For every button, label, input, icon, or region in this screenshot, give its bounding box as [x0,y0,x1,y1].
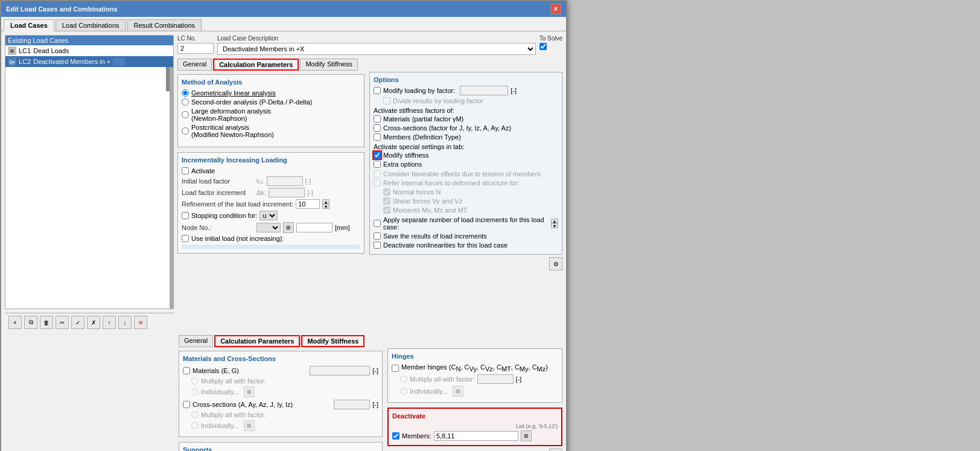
cs-multiply-label: Multiply all with factor: [201,411,266,418]
sub-tab-calc-params-left[interactable]: Calculation Parameters [213,59,299,71]
materials-factor-input [310,366,370,376]
members-def-label: Members (Definition Type) [383,133,461,141]
sub-tab-modify-stiffness-right[interactable]: Modify Stiffness [301,335,364,347]
apply-separate-spinner[interactable]: ▲ ▼ [551,219,558,228]
cs-individually-btn: ⊞ [244,420,255,431]
apply-dn[interactable]: ▼ [551,223,558,228]
sub-tab-modify-stiffness-left[interactable]: Modify Stiffness [300,59,357,71]
activate-label: Activate [191,167,215,174]
modify-stiffness-checkbox[interactable] [374,152,381,159]
save-results-checkbox[interactable] [374,232,381,240]
divide-results-checkbox [383,97,390,104]
initial-factor-input [267,176,303,186]
refinement-spinner[interactable]: ▲ ▼ [322,199,329,209]
delete-lc-button[interactable]: 🗑 [40,316,53,329]
geo-linear-radio[interactable] [182,89,189,97]
right-sub-tabs: General Calculation Parameters Modify St… [179,335,383,347]
members-value-input[interactable] [434,431,518,441]
stopping-checkbox[interactable] [182,212,189,219]
right-settings-button[interactable]: ⚙ [549,449,562,451]
tab-result-combinations[interactable]: Result Combinations [127,19,202,31]
members-deactivate-checkbox[interactable] [392,432,399,440]
refinement-input[interactable] [296,199,320,209]
stopping-select[interactable]: u [259,211,278,220]
options-title: Options [374,76,558,83]
new-lc-button[interactable]: + [8,316,22,329]
materials-bracket: [-] [372,367,378,374]
delete-red-button[interactable]: ✕ [134,316,147,329]
activate-checkbox[interactable] [182,167,189,174]
geo-linear-label: Geometrically linear analysis [191,89,276,97]
spin-up[interactable]: ▲ [322,199,329,204]
spacer [369,59,562,72]
extra-options-checkbox[interactable] [374,161,381,168]
postcritical-label: Postcritical analysis(Modified Newton-Ra… [191,124,274,138]
lc2-icon: Qo [8,57,16,66]
hinges-individually-row: Individually... ⊞ [400,386,558,397]
lc-info-row: LC No. Load Case Description Deactivated… [177,35,562,55]
close-button[interactable]: × [550,4,561,14]
factor-increment-input [269,188,305,197]
main-tabs: Load Cases Load Combinations Result Comb… [1,17,566,31]
materials-multiply-label: Multiply all with factor: [201,377,266,385]
method-analysis-title: Method of Analysis [182,78,360,86]
apply-up[interactable]: ▲ [551,219,558,223]
cs-bracket: [-] [372,401,378,408]
sub-tab-calc-params-right[interactable]: Calculation Parameters [214,335,300,347]
uncheck-button[interactable]: ✗ [87,316,100,329]
modify-loading-checkbox[interactable] [374,87,381,94]
apply-separate-checkbox[interactable] [374,220,381,227]
cs-factor-input [334,400,370,409]
members-pick-button[interactable]: ⊞ [521,430,532,441]
save-results-item: Save the results of load increments [374,232,558,240]
shear-forces-label: Shear forces Vy and Vz [393,197,462,205]
spacer2 [387,335,562,348]
move-up-button[interactable]: ↑ [103,316,116,329]
materials-label: Materials (E, G) [192,367,239,374]
lc-row-lc1[interactable]: G LC1 Dead Loads [5,45,173,56]
postcritical-option: Postcritical analysis(Modified Newton-Ra… [182,124,360,138]
moments-item: Moments My, Mz and MT [383,206,558,214]
to-solve-checkbox[interactable] [539,43,547,50]
copy-lc-button[interactable]: ⧉ [24,316,37,329]
options-settings-button[interactable]: ⚙ [549,257,562,270]
move-down-button[interactable]: ↓ [118,316,132,329]
use-initial-checkbox[interactable] [182,235,189,242]
shear-forces-item: Shear forces Vy and Vz [383,197,558,205]
deactivate-nonlin-checkbox[interactable] [374,241,381,249]
lc-no-label: LC No. [177,35,214,42]
members-def-checkbox[interactable] [374,133,381,141]
member-hinges-label: Member hinges (CN, CVy, CVz, CMT, CMy, C… [401,363,548,373]
member-hinges-checkbox[interactable] [392,365,399,372]
right-calc-col: Options Modify loading by factor: [-] Di… [369,59,562,270]
cut-lc-button[interactable]: ✂ [56,316,69,329]
tab-load-cases[interactable]: Load Cases [4,19,54,31]
postcritical-radio[interactable] [182,127,189,135]
factor-increment-label: Load factor increment [182,189,254,196]
cross-sections-checkbox[interactable] [374,124,381,132]
lc-row-lc2[interactable]: Qo LC2 Deactivated Members in + [5,56,173,67]
materials-checkbox[interactable] [183,367,190,374]
second-order-radio[interactable] [182,98,189,106]
node-no-input[interactable] [296,223,332,232]
sub-tab-general-left[interactable]: General [177,59,212,71]
lc-desc-select[interactable]: Deactivated Members in +X [217,43,536,55]
mat-partial-checkbox[interactable] [374,115,381,123]
large-deform-radio[interactable] [182,111,189,118]
node-pick-button[interactable]: ⊞ [283,222,294,233]
spin-down[interactable]: ▼ [322,204,329,209]
sub-tab-general-right[interactable]: General [179,335,213,347]
check-button[interactable]: ✓ [71,316,84,329]
lc-no-input[interactable] [177,43,214,54]
mat-partial-label: Materials (partial factor γM) [383,115,463,123]
tab-load-combinations[interactable]: Load Combinations [56,19,126,31]
hinges-multiply-radio [400,376,407,383]
materials-individually-label: Individually... [201,388,239,395]
node-no-select[interactable] [256,223,281,232]
cross-sections-mat-checkbox[interactable] [183,401,190,408]
lc2-id: LC2 [19,58,31,65]
modify-stiffness-item: Modify stiffness [374,152,558,159]
cs-individually-radio [191,422,199,429]
moments-label: Moments My, Mz and MT [393,206,467,214]
dk-label: Δk: [256,189,266,196]
